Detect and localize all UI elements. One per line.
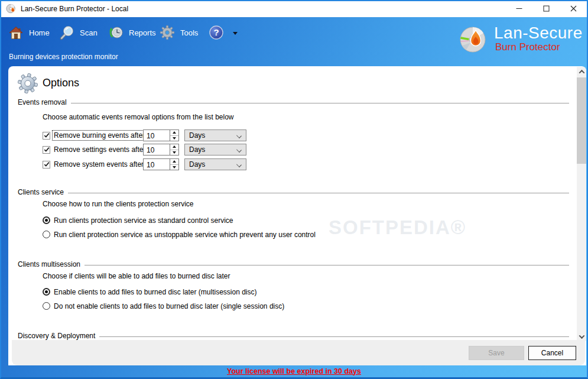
- spin-up-button[interactable]: [170, 144, 178, 150]
- remove-settings-events-checkbox[interactable]: [43, 146, 50, 154]
- spin-down-button[interactable]: [170, 165, 178, 170]
- scroll-up-button[interactable]: [577, 67, 586, 76]
- dropdown-value: Days: [189, 160, 205, 169]
- maximize-icon: [543, 5, 550, 12]
- event-removal-row: Remove system events after:: [43, 158, 147, 170]
- burning-events-days-spinner[interactable]: 10: [143, 129, 179, 141]
- triangle-up-icon: [173, 160, 176, 163]
- scrollbar-thumb[interactable]: [577, 77, 586, 164]
- toolbar-item-tools[interactable]: Tools: [160, 24, 198, 41]
- section-header-discovery-deployment: Discovery & Deployment: [18, 332, 569, 340]
- window-title: Lan-Secure Burn Protector - Local: [21, 5, 128, 13]
- radio-dot-icon: [45, 290, 48, 293]
- chevron-down-icon: [236, 133, 242, 138]
- toolbar-item-label: Scan: [80, 28, 98, 37]
- spinner-value: 10: [144, 159, 170, 170]
- minimize-icon: [516, 5, 522, 12]
- chevron-down-icon: [233, 32, 238, 35]
- event-removal-row: Remove settings events after:: [43, 144, 149, 156]
- chevron-down-icon: [579, 333, 584, 339]
- remove-burning-events-checkbox[interactable]: [43, 132, 50, 140]
- chevron-up-icon: [579, 69, 584, 75]
- spin-down-button[interactable]: [170, 150, 178, 156]
- toolbar-item-help[interactable]: ?: [209, 24, 238, 41]
- caption-buttons: [505, 0, 587, 17]
- radio-label[interactable]: Enable clients to add files to burned di…: [54, 288, 257, 296]
- radio-dot-icon: [45, 219, 48, 222]
- section-header-clients-service: Clients service: [18, 188, 569, 196]
- cancel-button[interactable]: Cancel: [528, 346, 576, 360]
- spin-up-button[interactable]: [170, 159, 178, 165]
- section-label: Clients service: [18, 188, 68, 196]
- page-title: Options: [43, 77, 79, 89]
- spin-down-button[interactable]: [170, 136, 178, 141]
- vertical-scrollbar[interactable]: [577, 67, 586, 341]
- triangle-down-icon: [173, 151, 176, 154]
- checkmark-icon: [44, 147, 50, 153]
- section-instruction: Choose automatic events removal options …: [43, 113, 234, 121]
- section-header-events-removal: Events removal: [18, 98, 569, 106]
- minimize-button[interactable]: [505, 0, 532, 17]
- status-text: Burning devices protection monitor: [9, 53, 118, 61]
- section-header-clients-multisession: Clients multisession: [18, 260, 569, 268]
- system-events-unit-dropdown[interactable]: Days: [184, 158, 246, 170]
- checkmark-icon: [44, 161, 50, 167]
- brand-disc-flame-icon: [459, 25, 488, 54]
- options-gear-icon: [17, 73, 38, 94]
- toolbar-item-label: Home: [29, 28, 50, 37]
- chevron-down-icon: [236, 147, 242, 153]
- chevron-down-icon: [236, 162, 242, 167]
- maximize-button[interactable]: [532, 0, 560, 17]
- license-warning-link[interactable]: Your license will be expired in 30 days: [227, 367, 361, 375]
- section-instruction: Choose if clients will be able to add fi…: [43, 272, 230, 280]
- app-disc-flame-icon[interactable]: [6, 4, 17, 14]
- triangle-up-icon: [173, 145, 176, 148]
- triangle-up-icon: [173, 131, 176, 134]
- multisession-disable-radio[interactable]: [43, 302, 50, 310]
- section-label: Events removal: [18, 98, 71, 106]
- triangle-down-icon: [173, 166, 176, 169]
- spinner-value: 10: [144, 144, 170, 155]
- multisession-enable-radio[interactable]: [43, 288, 50, 296]
- spin-up-button[interactable]: [170, 130, 178, 136]
- search-icon: [59, 25, 74, 40]
- radio-label[interactable]: Run client protection service as unstopp…: [54, 231, 316, 239]
- gear-icon: [160, 25, 175, 40]
- spinner-buttons: [170, 130, 178, 141]
- section-label: Clients multisession: [18, 260, 85, 268]
- burning-events-unit-dropdown[interactable]: Days: [184, 129, 246, 141]
- spinner-buttons: [170, 159, 178, 170]
- radio-label[interactable]: Do not enable clients to add files to bu…: [54, 302, 284, 310]
- section-label: Discovery & Deployment: [18, 332, 99, 340]
- brand-logo: Lan-Secure Burn Protector: [459, 24, 583, 57]
- brand-name: Lan-Secure: [494, 24, 583, 43]
- settings-events-unit-dropdown[interactable]: Days: [184, 144, 246, 156]
- close-button[interactable]: [560, 0, 587, 17]
- spinner-buttons: [170, 144, 178, 155]
- toolbar-item-scan[interactable]: Scan: [59, 24, 98, 41]
- multisession-option-row: Do not enable clients to add files to bu…: [43, 302, 284, 310]
- settings-events-days-spinner[interactable]: 10: [143, 144, 179, 156]
- event-removal-row: Remove burning events after:: [43, 129, 148, 141]
- checkbox-label[interactable]: Remove burning events after:: [53, 131, 148, 140]
- save-button[interactable]: Save: [469, 346, 524, 360]
- checkbox-label[interactable]: Remove settings events after:: [53, 145, 149, 154]
- footer-bar: Save Cancel: [12, 340, 585, 365]
- toolbar-item-reports[interactable]: Reports: [108, 24, 156, 41]
- radio-label[interactable]: Run clients protection service as standa…: [54, 216, 233, 225]
- section-instruction: Choose how to run the clients protection…: [43, 200, 193, 208]
- system-events-days-spinner[interactable]: 10: [143, 158, 179, 170]
- dropdown-value: Days: [189, 131, 205, 140]
- spinner-value: 10: [144, 130, 170, 141]
- remove-system-events-checkbox[interactable]: [43, 161, 50, 169]
- home-icon: [8, 25, 24, 40]
- dropdown-value: Days: [189, 145, 205, 154]
- toolbar-item-label: Tools: [180, 28, 198, 37]
- checkbox-label[interactable]: Remove system events after:: [53, 160, 147, 169]
- app-window: Lan-Secure Burn Protector - Local Home: [0, 0, 588, 379]
- service-option-row: Run client protection service as unstopp…: [43, 230, 316, 239]
- standard-service-radio[interactable]: [43, 216, 50, 224]
- toolbar-item-home[interactable]: Home: [8, 24, 50, 41]
- section-rule: [85, 265, 569, 265]
- unstoppable-service-radio[interactable]: [43, 231, 50, 238]
